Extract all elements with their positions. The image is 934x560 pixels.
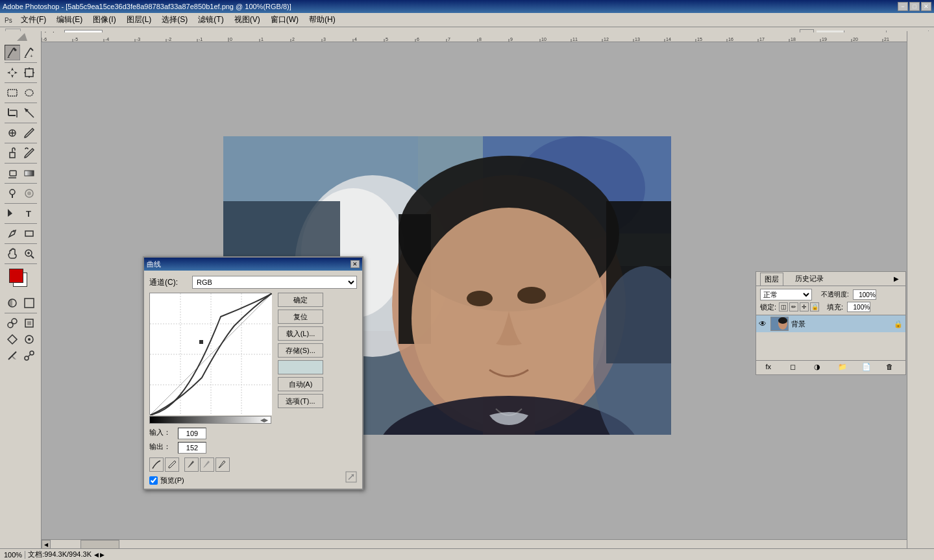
svg-point-130 (12, 230, 14, 232)
tool-extra-4[interactable] (21, 332, 37, 347)
pencil-curve-button[interactable] (165, 457, 179, 472)
fill-label: 填充: (827, 302, 843, 312)
clone-stamp-tool[interactable] (5, 145, 20, 161)
curves-load-button[interactable]: 载入(L)... (278, 326, 323, 341)
tool-group-extra3 (5, 348, 37, 363)
eyedropper-tool[interactable] (5, 45, 20, 60)
brush-tool[interactable] (21, 125, 37, 141)
curves-auto-button[interactable]: 自动(A) (278, 377, 323, 391)
menu-filter[interactable]: 滤镜(T) (193, 13, 228, 27)
delete-layer-button[interactable]: 🗑 (886, 363, 896, 373)
tool-extra-3[interactable] (5, 332, 20, 347)
scroll-left-arrow[interactable]: ◀ (42, 540, 51, 548)
status-arrows[interactable]: ◀ ▶ (94, 552, 104, 558)
scroll-handle-h[interactable] (80, 540, 119, 548)
preview-checkbox[interactable] (149, 476, 158, 485)
curves-options-button[interactable]: 选项(T)... (278, 394, 323, 408)
blend-mode-select[interactable]: 正常 (760, 289, 812, 300)
tool-extra-5[interactable] (5, 348, 20, 363)
gray-point-eyedropper[interactable] (200, 457, 214, 472)
color-sampler-tool[interactable]: + (21, 45, 37, 60)
dodge-tool[interactable] (5, 186, 20, 201)
zoom-tool[interactable] (21, 246, 37, 262)
spot-heal-tool[interactable] (5, 125, 20, 141)
color-swatches[interactable] (9, 269, 32, 292)
outer-right-panel (907, 31, 934, 548)
layers-tab[interactable]: 图层 (760, 273, 783, 286)
tool-extra-2[interactable] (21, 315, 37, 331)
opacity-input[interactable] (853, 289, 876, 300)
pen-tool[interactable] (5, 226, 20, 241)
menu-edit[interactable]: 编辑(E) (51, 13, 88, 27)
text-tool[interactable]: T (21, 206, 37, 221)
output-value[interactable] (178, 442, 206, 454)
svg-rect-141 (27, 321, 31, 325)
maximize-button[interactable]: □ (909, 2, 920, 11)
curves-expand-icon[interactable] (345, 471, 357, 485)
black-point-eyedropper[interactable] (184, 457, 199, 472)
shape-tool[interactable] (21, 226, 37, 241)
menu-layer[interactable]: 图层(L) (121, 13, 157, 27)
svg-rect-6 (42, 32, 934, 42)
add-adjustment-button[interactable]: ◑ (814, 363, 824, 373)
screen-mode[interactable] (21, 295, 37, 311)
white-point-eyedropper[interactable] (215, 457, 230, 472)
lasso-tool[interactable] (21, 85, 37, 101)
lock-transparent-button[interactable]: ◫ (779, 302, 788, 311)
lock-all-button[interactable]: 🔒 (810, 302, 819, 311)
status-divider-1 (25, 551, 25, 559)
lock-image-button[interactable]: ✏ (789, 302, 798, 311)
layers-panel-menu[interactable]: ▶ (894, 275, 902, 283)
canvas-scrollbar-h[interactable]: ◀ ▶ (42, 539, 925, 548)
blur-tool[interactable] (21, 186, 37, 201)
artboard-tool[interactable] (21, 65, 37, 80)
status-right-arrow[interactable]: ▶ (100, 552, 104, 558)
status-left-arrow[interactable]: ◀ (94, 552, 99, 558)
title-bar-controls: − □ ✕ (898, 2, 931, 11)
input-value[interactable] (178, 428, 206, 439)
move-tool[interactable] (5, 65, 20, 80)
minimize-button[interactable]: − (898, 2, 908, 11)
curves-graph[interactable] (149, 293, 271, 415)
curves-save-button[interactable]: 存储(S)... (278, 343, 323, 358)
history-brush-tool[interactable] (21, 145, 37, 161)
path-selection-tool[interactable] (5, 206, 20, 221)
eraser-tool[interactable] (5, 165, 20, 181)
crop-tool[interactable] (5, 105, 20, 121)
new-group-button[interactable]: 📁 (838, 363, 848, 373)
foreground-color-swatch[interactable] (9, 269, 23, 283)
gradient-tool[interactable] (21, 165, 37, 181)
layer-visibility-icon[interactable]: 👁 (759, 319, 768, 328)
menu-select[interactable]: 选择(S) (156, 13, 193, 27)
hand-tool[interactable] (5, 246, 20, 262)
channel-select[interactable]: RGB 红 绿 蓝 (192, 276, 357, 289)
app-title: Adobe Photoshop - [5ab5c9ea15ce36d3fe8a9… (3, 3, 291, 10)
rectangular-marquee-tool[interactable] (5, 85, 20, 101)
fill-input[interactable] (847, 302, 870, 312)
quick-mask-mode[interactable] (5, 295, 20, 311)
menu-view[interactable]: 视图(V) (229, 13, 265, 27)
channel-label: 通道(C): (149, 277, 188, 288)
layers-panel: 图层 历史记录 ▶ 正常 不透明度: 锁定: ◫ ✏ ✛ 🔒 填充: 👁 (756, 271, 906, 375)
curves-reset-button[interactable]: 复位 (278, 310, 323, 324)
menu-help[interactable]: 帮助(H) (304, 13, 341, 27)
curves-close-button[interactable]: ✕ (350, 260, 360, 268)
tool-extra-6[interactable] (21, 348, 37, 363)
new-layer-button[interactable]: 📄 (862, 363, 872, 373)
add-fx-button[interactable]: fx (766, 363, 776, 373)
smooth-curve-button[interactable] (149, 457, 164, 472)
menu-window[interactable]: 窗口(W) (265, 13, 304, 27)
history-tab[interactable]: 历史记录 (791, 273, 828, 285)
slice-tool[interactable] (21, 105, 37, 121)
layer-item[interactable]: 👁 背景 🔒 (756, 315, 905, 332)
tool-extra-1[interactable] (5, 315, 20, 331)
menu-image[interactable]: 图像(I) (88, 13, 121, 27)
curves-title-bar[interactable]: 曲线 ✕ (144, 258, 362, 271)
curves-ok-button[interactable]: 确定 (278, 293, 323, 307)
lock-position-button[interactable]: ✛ (800, 302, 809, 311)
close-button[interactable]: ✕ (921, 2, 931, 11)
menu-file[interactable]: 文件(F) (16, 13, 51, 27)
curves-smooth-button[interactable] (278, 360, 323, 374)
svg-text:11: 11 (572, 37, 578, 42)
add-mask-button[interactable]: ◻ (790, 363, 800, 373)
